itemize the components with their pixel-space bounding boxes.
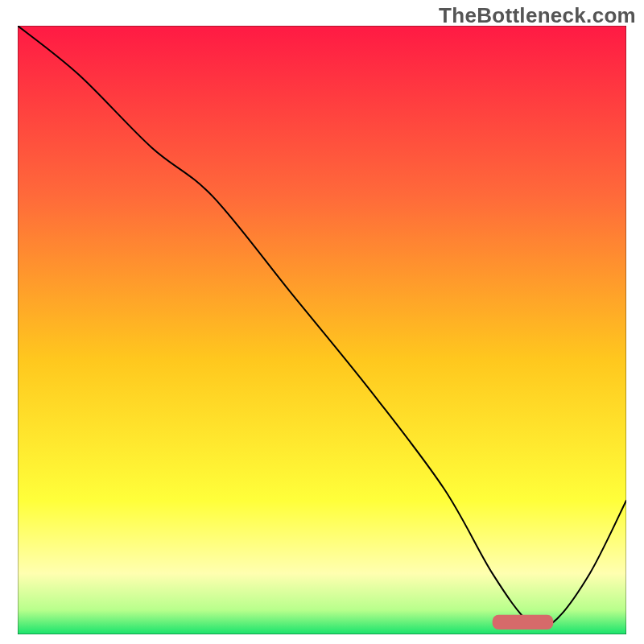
watermark-text: TheBottleneck.com	[439, 3, 636, 28]
optimal-marker	[493, 615, 554, 630]
chart-area	[18, 26, 626, 634]
chart-svg	[18, 26, 626, 634]
